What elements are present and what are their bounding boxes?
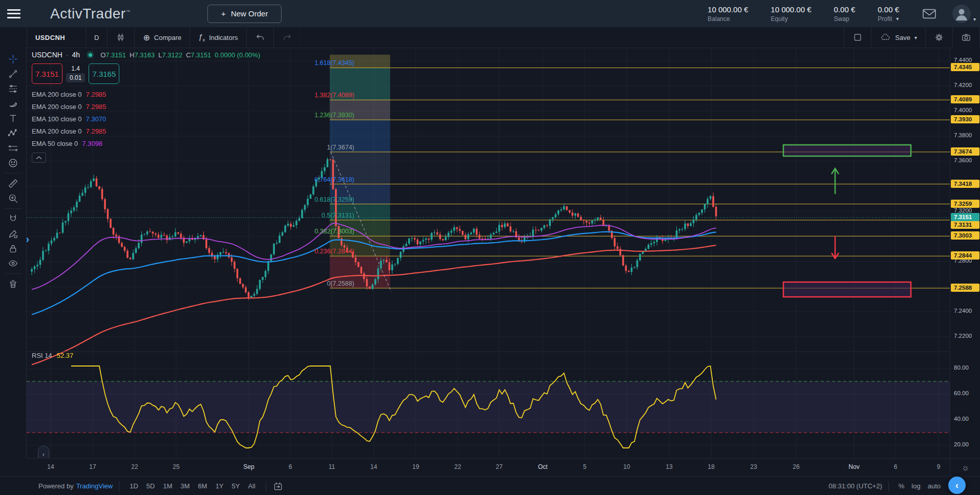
range-5d[interactable]: 5D (142, 481, 159, 491)
go-to-date-button[interactable] (272, 481, 284, 491)
time-tick: 23 (750, 463, 757, 470)
scale-modes: %logauto (895, 481, 944, 491)
lock-all-tool[interactable] (5, 241, 22, 256)
chart-toolbar: USDCNH D ⊕ Compare ƒx Indicators Save ▾ (0, 27, 980, 48)
mode-log[interactable]: log (908, 481, 924, 491)
drawing-lock-tool[interactable] (5, 226, 22, 241)
fib-price-badge: 7.4089 (951, 95, 979, 103)
price-tick: 7.3600 (954, 157, 972, 163)
indicator-row[interactable]: EMA 100 close 07.3070 (32, 113, 260, 125)
price-tick: 7.4400 (954, 57, 972, 63)
user-avatar[interactable]: ▾ (952, 5, 971, 23)
range-1y[interactable]: 1Y (211, 481, 228, 491)
time-axis[interactable]: 14172225Sep61114192227Oct51013182326Nov6… (27, 458, 950, 477)
hide-all-tool[interactable] (5, 256, 22, 271)
redo-icon (282, 32, 292, 42)
bottom-bar: Powered by TradingView 1D5D1M3M6M1Y5YAll… (0, 476, 980, 495)
time-tick: 10 (623, 463, 630, 470)
indicator-row[interactable]: EMA 200 close 07.2985 (32, 100, 260, 113)
xabcd-pattern-tool[interactable] (5, 126, 22, 141)
legend-collapse-button[interactable] (32, 153, 46, 163)
watchlist-expander[interactable]: › (27, 233, 29, 246)
remove-all-tool[interactable] (5, 276, 22, 291)
range-1d[interactable]: 1D (125, 481, 142, 491)
pane-collapse-button[interactable]: ‹ (38, 446, 49, 458)
new-order-button[interactable]: + New Order (207, 5, 282, 23)
axis-settings-button[interactable]: ☼ (950, 458, 980, 477)
indicator-row[interactable]: EMA 200 close 07.2985 (32, 88, 260, 100)
rsi-tick: 60.00 (954, 390, 969, 396)
time-tick: 18 (708, 463, 714, 470)
lot-size[interactable]: 0.01 (66, 73, 85, 82)
profit-caret-icon[interactable]: ▾ (896, 16, 899, 21)
brush-tool[interactable] (5, 96, 22, 111)
gear-icon (934, 32, 944, 42)
xabcd-pattern-icon (8, 128, 18, 139)
price-scale[interactable]: 7.44007.42007.40007.38007.36007.32007.28… (950, 48, 980, 458)
time-tick: 14 (47, 463, 54, 470)
account-stats: 10 000.00 €Balance10 000.00 €Equity0.00 … (708, 5, 899, 23)
time-tick: 26 (793, 463, 799, 470)
text-tool[interactable] (5, 111, 22, 126)
crosshair-tool[interactable] (5, 52, 22, 67)
plus-icon: + (221, 9, 226, 18)
layout-select-button[interactable] (844, 27, 871, 48)
interval-button[interactable]: D (86, 27, 108, 48)
trend-line-tool[interactable] (5, 67, 22, 81)
rsi-tick: 80.00 (954, 364, 969, 371)
text-icon (8, 113, 18, 124)
fib-level-label: 0.5(7.3131) (322, 212, 354, 219)
menu-icon[interactable] (7, 9, 20, 18)
symbol-button[interactable]: USDCNH (27, 27, 86, 48)
fib-price-badge: 7.3930 (951, 115, 979, 123)
rsi-legend: RSI 1452.37 (32, 352, 73, 359)
fib-price-badge: 7.4345 (951, 63, 979, 71)
rsi-tick: 40.00 (954, 416, 969, 422)
time-tick: 22 (454, 463, 461, 470)
chart-style-button[interactable] (108, 27, 135, 48)
stat-balance: 10 000.00 €Balance (708, 5, 748, 23)
price-tick: 7.2200 (954, 333, 972, 339)
indicator-row[interactable]: EMA 200 close 07.2985 (32, 125, 260, 137)
range-6m[interactable]: 6M (194, 481, 211, 491)
range-all[interactable]: All (244, 481, 259, 491)
tradingview-link[interactable]: TradingView (76, 482, 113, 490)
ruler-tool[interactable] (5, 176, 22, 191)
avatar-caret-icon: ▾ (973, 16, 976, 22)
powered-by-label: Powered by (38, 482, 74, 490)
price-tick: 7.4200 (954, 82, 972, 88)
fib-retracement-tool[interactable] (5, 81, 22, 96)
save-button[interactable]: Save ▾ (871, 27, 926, 48)
redo-button[interactable] (274, 27, 301, 48)
zoom-in-tool[interactable] (5, 191, 22, 206)
mail-icon[interactable] (922, 8, 937, 20)
fib-price-badge: 7.2588 (951, 284, 979, 292)
chart-plot-area[interactable]: 1.618(7.4345)1.382(7.4089)1.236(7.3930)1… (27, 48, 950, 458)
buy-price-button[interactable]: 7.3165 (89, 63, 119, 84)
undo-button[interactable] (247, 27, 274, 48)
ruler-icon (8, 178, 18, 189)
mode-percent[interactable]: % (895, 481, 908, 491)
magnet-tool[interactable] (5, 211, 22, 226)
screenshot-button[interactable] (953, 27, 980, 48)
range-1m[interactable]: 1M (159, 481, 176, 491)
range-5y[interactable]: 5Y (228, 481, 244, 491)
time-tick: 22 (131, 463, 138, 470)
fib-level-label: 0.236(7.2844) (314, 248, 354, 255)
legend-interval: 4h (72, 51, 80, 59)
trend-line-icon (8, 69, 18, 79)
clock[interactable]: 08:31:00 (UTC+2) (828, 482, 882, 490)
range-3m[interactable]: 3M (177, 481, 194, 491)
brush-icon (8, 98, 18, 109)
indicators-button[interactable]: ƒx Indicators (190, 27, 246, 48)
compare-button[interactable]: ⊕ Compare (135, 27, 190, 48)
collapse-panel-fab[interactable]: ‹ (948, 477, 966, 494)
emoji-tool[interactable] (5, 156, 22, 170)
settings-button[interactable] (926, 27, 953, 48)
sell-price-button[interactable]: 7.3151 (32, 63, 62, 84)
fx-icon: ƒx (198, 32, 205, 42)
mode-auto[interactable]: auto (924, 481, 944, 491)
indicator-row[interactable]: EMA 50 close 07.3098 (32, 137, 260, 149)
remove-all-icon (8, 278, 18, 289)
long-position-tool[interactable] (5, 141, 22, 156)
